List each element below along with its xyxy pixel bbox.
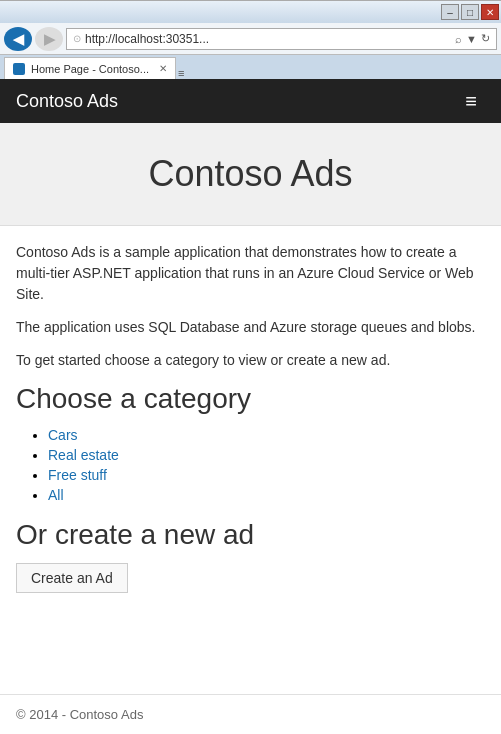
hero-heading: Contoso Ads [16,153,485,195]
lock-icon: ⊙ [73,33,81,44]
address-field[interactable]: ⊙ http://localhost:30351... ⌕ ▼ ↻ [66,28,497,50]
category-link-real-estate[interactable]: Real estate [48,447,119,463]
reload-icon[interactable]: ↻ [481,32,490,45]
list-item: Cars [48,427,485,443]
main-content: Contoso Ads is a sample application that… [0,226,501,609]
footer-text: © 2014 - Contoso Ads [16,707,143,722]
close-button[interactable]: ✕ [481,4,499,20]
minimize-button[interactable]: – [441,4,459,20]
category-link-cars[interactable]: Cars [48,427,78,443]
back-button[interactable]: ◀ [4,27,32,51]
tab-favicon [13,63,25,75]
maximize-button[interactable]: □ [461,4,479,20]
description-para-1: Contoso Ads is a sample application that… [16,242,485,305]
hero-section: Contoso Ads [0,123,501,226]
description-section: Contoso Ads is a sample application that… [16,242,485,371]
category-list: Cars Real estate Free stuff All [16,427,485,503]
forward-button[interactable]: ▶ [35,27,63,51]
tab-label: Home Page - Contoso... [31,63,149,75]
active-tab[interactable]: Home Page - Contoso... ✕ [4,57,176,79]
sidebar-icon[interactable]: ≡ [178,67,184,79]
create-ad-heading: Or create a new ad [16,519,485,551]
category-link-free-stuff[interactable]: Free stuff [48,467,107,483]
search-icon[interactable]: ⌕ [455,33,462,45]
description-para-3: To get started choose a category to view… [16,350,485,371]
category-link-all[interactable]: All [48,487,64,503]
list-item: Free stuff [48,467,485,483]
list-item: All [48,487,485,503]
navbar: Contoso Ads ≡ [0,79,501,123]
categories-heading: Choose a category [16,383,485,415]
footer: © 2014 - Contoso Ads [0,694,501,734]
tab-close-icon[interactable]: ✕ [159,63,167,74]
navbar-toggle-button[interactable]: ≡ [457,86,485,117]
window-chrome: – □ ✕ ◀ ▶ ⊙ http://localhost:30351... ⌕ … [0,0,501,79]
url-text: http://localhost:30351... [85,32,451,46]
create-ad-button[interactable]: Create an Ad [16,563,128,593]
navbar-brand[interactable]: Contoso Ads [16,91,118,112]
description-para-2: The application uses SQL Database and Az… [16,317,485,338]
refresh-icon[interactable]: ▼ [466,33,477,45]
title-bar: – □ ✕ [0,1,501,23]
tab-bar: Home Page - Contoso... ✕ ≡ [0,55,501,79]
list-item: Real estate [48,447,485,463]
address-bar: ◀ ▶ ⊙ http://localhost:30351... ⌕ ▼ ↻ [0,23,501,55]
